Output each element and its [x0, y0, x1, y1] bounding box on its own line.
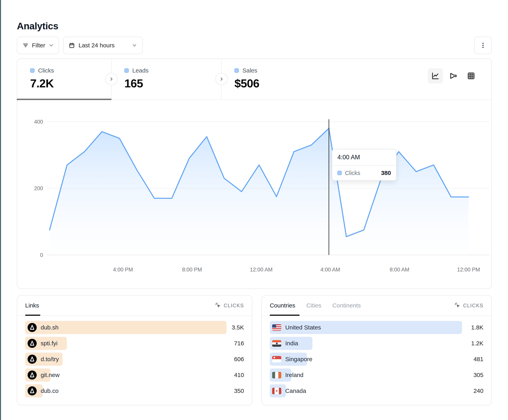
leads-legend-square-icon	[124, 68, 129, 73]
country-label: Singapore	[285, 356, 312, 362]
tab-leads[interactable]: Leads 165	[112, 59, 222, 100]
stat-label: Sales	[242, 67, 257, 74]
link-row: d.to/try 606	[25, 353, 244, 366]
country-clicks-value: 305	[473, 369, 483, 382]
clicks-time-series-chart[interactable]: 400 200 0 4:00 PM 8:00 PM 12:00 AM 4:00 …	[17, 100, 491, 289]
filter-button[interactable]: Filter	[17, 37, 59, 54]
link-clicks-value: 716	[234, 337, 244, 350]
link-clicks-value: 606	[234, 353, 244, 366]
link-bar[interactable]: git.new	[25, 369, 50, 382]
x-tick: 4:00 AM	[320, 267, 340, 273]
stats-tab-row: Clicks 7.2K Leads 165 Sales $506	[17, 59, 491, 100]
click-cursor-icon	[455, 302, 461, 309]
countries-panel: Countries Cities Continents CLICKS Unite…	[261, 295, 492, 405]
country-clicks-value: 1.2K	[471, 337, 483, 350]
page-edge-strip	[0, 0, 1, 420]
expand-clicks-button[interactable]	[105, 73, 118, 85]
y-tick: 200	[34, 185, 43, 191]
ireland-flag-icon	[272, 372, 281, 378]
link-label: spti.fyi	[41, 340, 58, 347]
tab-countries[interactable]: Countries	[270, 302, 295, 309]
dub-logo-icon	[28, 355, 37, 364]
stat-value: 165	[124, 77, 221, 90]
dub-logo-icon	[28, 386, 37, 395]
clicks-legend-square-icon	[337, 171, 342, 175]
click-cursor-icon	[215, 302, 221, 309]
stat-value: 7.2K	[30, 77, 111, 90]
singapore-flag-icon	[272, 356, 281, 362]
us-flag-icon	[272, 324, 281, 331]
dub-logo-icon	[28, 339, 37, 348]
link-label: dub.sh	[41, 324, 59, 331]
country-label: United States	[285, 324, 321, 331]
link-label: git.new	[41, 372, 60, 378]
stat-label: Leads	[132, 67, 149, 74]
india-flag-icon	[272, 340, 281, 347]
metric-selector[interactable]: CLICKS	[215, 302, 244, 309]
country-row: India 1.2K	[270, 337, 483, 350]
tab-clicks[interactable]: Clicks 7.2K	[17, 59, 112, 100]
country-bar[interactable]: United States	[270, 321, 462, 334]
stat-label: Clicks	[38, 67, 54, 74]
metric-label: CLICKS	[224, 303, 244, 308]
x-tick: 8:00 AM	[389, 267, 409, 273]
expand-leads-button[interactable]	[216, 73, 228, 85]
chart-tooltip: 4:00 AM Clicks 380	[332, 149, 396, 181]
link-bar[interactable]: d.to/try	[25, 353, 62, 366]
link-clicks-value: 350	[234, 384, 244, 398]
table-icon	[467, 72, 476, 80]
kebab-menu-icon	[480, 42, 486, 49]
chevron-down-icon	[132, 43, 137, 48]
country-bar[interactable]: Ireland	[270, 369, 291, 382]
metric-selector[interactable]: CLICKS	[455, 302, 483, 309]
country-clicks-value: 481	[473, 353, 483, 366]
tab-continents[interactable]: Continents	[332, 302, 361, 309]
filter-button-label: Filter	[32, 42, 45, 49]
link-clicks-value: 410	[234, 369, 244, 382]
country-clicks-value: 1.8K	[471, 321, 483, 334]
y-tick: 0	[40, 252, 43, 258]
tab-links[interactable]: Links	[25, 302, 39, 309]
country-bar[interactable]: Canada	[270, 384, 286, 398]
date-range-button[interactable]: Last 24 hours	[63, 37, 143, 54]
link-bar[interactable]: spti.fyi	[25, 337, 67, 350]
country-label: India	[285, 340, 298, 347]
chevron-down-icon	[48, 43, 54, 48]
tab-cities[interactable]: Cities	[306, 302, 321, 309]
country-row: Ireland 305	[270, 369, 483, 382]
line-chart-icon	[431, 72, 440, 80]
funnel-chart-toggle-button[interactable]	[446, 68, 461, 83]
dub-logo-icon	[28, 370, 37, 380]
link-bar[interactable]: dub.co	[25, 384, 43, 398]
page-title: Analytics	[17, 21, 58, 31]
tooltip-series-label: Clicks	[345, 170, 360, 176]
sales-legend-square-icon	[234, 68, 239, 73]
clicks-area-fill	[50, 128, 469, 255]
line-chart-toggle-button[interactable]	[428, 68, 443, 83]
country-bar[interactable]: Singapore	[270, 353, 307, 366]
link-label: d.to/try	[41, 356, 59, 362]
links-panel: Links CLICKS dub.sh 3.5K spti.fyi 716	[17, 295, 252, 405]
table-view-toggle-button[interactable]	[463, 68, 479, 83]
metric-label: CLICKS	[463, 303, 483, 308]
dub-logo-icon	[28, 323, 37, 332]
link-bar[interactable]: dub.sh	[25, 321, 226, 334]
date-range-label: Last 24 hours	[79, 42, 115, 49]
country-bar[interactable]: India	[270, 337, 312, 350]
chart-canvas: 400 200 0 4:00 PM 8:00 PM 12:00 AM 4:00 …	[17, 100, 491, 289]
chart-type-toggle-group	[428, 68, 479, 83]
country-row: Canada 240	[270, 384, 483, 398]
x-tick: 8:00 PM	[182, 267, 202, 273]
tooltip-value: 380	[381, 170, 391, 176]
analytics-card: Clicks 7.2K Leads 165 Sales $506	[17, 58, 492, 289]
x-tick: 12:00 PM	[457, 267, 480, 273]
x-tick: 4:00 PM	[113, 267, 133, 273]
link-row: spti.fyi 716	[25, 337, 244, 350]
active-tab-underline	[25, 315, 40, 316]
filter-lines-icon	[22, 42, 29, 49]
more-options-button[interactable]	[474, 37, 492, 54]
country-row: United States 1.8K	[270, 321, 483, 334]
link-label: dub.co	[41, 388, 59, 394]
x-tick: 12:00 AM	[250, 267, 273, 273]
clicks-legend-square-icon	[30, 68, 35, 73]
